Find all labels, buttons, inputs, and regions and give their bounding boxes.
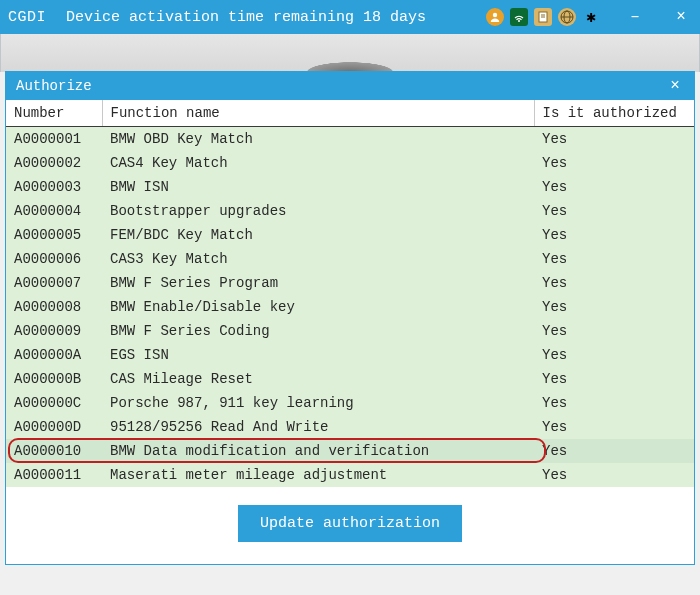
cell-authorized: Yes bbox=[534, 151, 694, 175]
cell-authorized: Yes bbox=[534, 127, 694, 152]
update-authorization-button[interactable]: Update authorization bbox=[238, 505, 462, 542]
doc-icon[interactable] bbox=[534, 8, 552, 26]
table-row[interactable]: A0000006CAS3 Key MatchYes bbox=[6, 247, 694, 271]
cell-authorized: Yes bbox=[534, 223, 694, 247]
cell-authorized: Yes bbox=[534, 319, 694, 343]
col-header-authorized[interactable]: Is it authorized bbox=[534, 100, 694, 127]
cell-function: EGS ISN bbox=[102, 343, 534, 367]
table-row[interactable]: A0000001BMW OBD Key MatchYes bbox=[6, 127, 694, 152]
cell-number: A0000008 bbox=[6, 295, 102, 319]
table-row[interactable]: A000000CPorsche 987, 911 key learningYes bbox=[6, 391, 694, 415]
dialog-title: Authorize bbox=[16, 78, 92, 94]
cell-authorized: Yes bbox=[534, 391, 694, 415]
dialog-close-icon[interactable]: × bbox=[666, 77, 684, 95]
cell-authorized: Yes bbox=[534, 175, 694, 199]
main-titlebar: CGDI Device activation time remaining 18… bbox=[0, 0, 700, 34]
cell-function: BMW Enable/Disable key bbox=[102, 295, 534, 319]
cell-authorized: Yes bbox=[534, 415, 694, 439]
cell-function: BMW Data modification and verification bbox=[102, 439, 534, 463]
minimize-button[interactable]: – bbox=[624, 6, 646, 28]
cell-function: CAS4 Key Match bbox=[102, 151, 534, 175]
cell-number: A000000D bbox=[6, 415, 102, 439]
cell-authorized: Yes bbox=[534, 439, 694, 463]
table-row[interactable]: A000000D95128/95256 Read And WriteYes bbox=[6, 415, 694, 439]
dialog-titlebar: Authorize × bbox=[6, 72, 694, 100]
table-row[interactable]: A0000009BMW F Series CodingYes bbox=[6, 319, 694, 343]
table-row[interactable]: A0000002CAS4 Key MatchYes bbox=[6, 151, 694, 175]
cell-number: A0000009 bbox=[6, 319, 102, 343]
cell-number: A0000005 bbox=[6, 223, 102, 247]
cell-authorized: Yes bbox=[534, 367, 694, 391]
cell-authorized: Yes bbox=[534, 343, 694, 367]
svg-point-0 bbox=[493, 13, 497, 17]
settings-icon[interactable]: ✱ bbox=[582, 8, 600, 26]
cell-authorized: Yes bbox=[534, 295, 694, 319]
cell-number: A0000006 bbox=[6, 247, 102, 271]
cell-authorized: Yes bbox=[534, 463, 694, 487]
table-row[interactable]: A0000007BMW F Series ProgramYes bbox=[6, 271, 694, 295]
cell-number: A0000004 bbox=[6, 199, 102, 223]
wifi-icon[interactable] bbox=[510, 8, 528, 26]
cell-function: BMW OBD Key Match bbox=[102, 127, 534, 152]
activation-status: Device activation time remaining 18 days bbox=[66, 9, 426, 26]
cell-number: A000000C bbox=[6, 391, 102, 415]
table-row[interactable]: A0000005FEM/BDC Key MatchYes bbox=[6, 223, 694, 247]
cell-authorized: Yes bbox=[534, 199, 694, 223]
cell-function: Bootstrapper upgrades bbox=[102, 199, 534, 223]
table-row[interactable]: A0000003BMW ISNYes bbox=[6, 175, 694, 199]
cell-number: A000000A bbox=[6, 343, 102, 367]
cell-function: Porsche 987, 911 key learning bbox=[102, 391, 534, 415]
table-row[interactable]: A000000AEGS ISNYes bbox=[6, 343, 694, 367]
cell-function: BMW ISN bbox=[102, 175, 534, 199]
globe-icon[interactable] bbox=[558, 8, 576, 26]
user-icon[interactable] bbox=[486, 8, 504, 26]
col-header-function[interactable]: Function name bbox=[102, 100, 534, 127]
cell-function: CAS3 Key Match bbox=[102, 247, 534, 271]
cell-function: Maserati meter mileage adjustment bbox=[102, 463, 534, 487]
cell-authorized: Yes bbox=[534, 247, 694, 271]
cell-function: BMW F Series Coding bbox=[102, 319, 534, 343]
close-button[interactable]: × bbox=[670, 6, 692, 28]
authorize-dialog: Authorize × Number Function name Is it a… bbox=[6, 72, 694, 564]
table-row[interactable]: A0000010BMW Data modification and verifi… bbox=[6, 439, 694, 463]
background-area bbox=[0, 34, 700, 72]
col-header-number[interactable]: Number bbox=[6, 100, 102, 127]
cell-function: FEM/BDC Key Match bbox=[102, 223, 534, 247]
cell-function: BMW F Series Program bbox=[102, 271, 534, 295]
authorize-table: Number Function name Is it authorized A0… bbox=[6, 100, 694, 487]
cell-authorized: Yes bbox=[534, 271, 694, 295]
table-row[interactable]: A000000BCAS Mileage ResetYes bbox=[6, 367, 694, 391]
cell-number: A0000010 bbox=[6, 439, 102, 463]
cell-number: A0000011 bbox=[6, 463, 102, 487]
app-name: CGDI bbox=[8, 9, 46, 26]
table-row[interactable]: A0000008BMW Enable/Disable keyYes bbox=[6, 295, 694, 319]
cell-number: A0000003 bbox=[6, 175, 102, 199]
table-row[interactable]: A0000004Bootstrapper upgradesYes bbox=[6, 199, 694, 223]
cell-function: 95128/95256 Read And Write bbox=[102, 415, 534, 439]
cell-function: CAS Mileage Reset bbox=[102, 367, 534, 391]
table-row[interactable]: A0000011Maserati meter mileage adjustmen… bbox=[6, 463, 694, 487]
svg-point-1 bbox=[518, 20, 520, 22]
cell-number: A0000007 bbox=[6, 271, 102, 295]
cell-number: A000000B bbox=[6, 367, 102, 391]
cell-number: A0000001 bbox=[6, 127, 102, 152]
car-silhouette bbox=[270, 52, 430, 72]
cell-number: A0000002 bbox=[6, 151, 102, 175]
